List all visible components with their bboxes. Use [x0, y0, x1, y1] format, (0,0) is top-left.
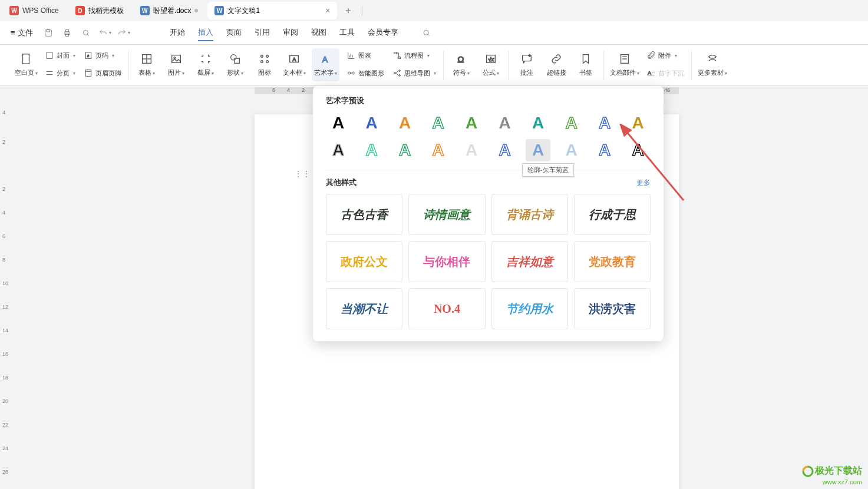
wordart-button[interactable]: A艺术字▾	[312, 48, 339, 81]
other-title: 其他样式	[326, 177, 357, 188]
wordart-preset-7[interactable]: A	[559, 112, 584, 134]
icon-button[interactable]: 图标	[253, 48, 276, 81]
svg-point-23	[266, 61, 269, 63]
wordart-style-3[interactable]: 行成于思	[574, 194, 651, 235]
cover-button[interactable]: 封面▾	[44, 48, 77, 64]
svg-point-20	[261, 55, 263, 58]
wordart-popup: 艺术字预设 AAAAAAAAAAAAAAAAAAAA 其他样式 更多 古色古香诗…	[313, 86, 664, 341]
svg-text:Ω: Ω	[458, 55, 464, 64]
wordart-style-0[interactable]: 古色古香	[326, 194, 402, 235]
symbol-button[interactable]: Ω符号▾	[450, 48, 473, 81]
print-button[interactable]	[59, 25, 75, 41]
paging-button[interactable]: 分页▾	[44, 66, 77, 81]
wordart-style-9[interactable]: NO.4	[408, 288, 485, 329]
textbox-button[interactable]: A文本框▾	[282, 48, 306, 81]
tab-review[interactable]: 审阅	[283, 25, 298, 41]
file-menu[interactable]: ≡ 文件	[6, 28, 38, 38]
wordart-preset-3[interactable]: A	[426, 112, 451, 134]
svg-rect-7	[23, 54, 29, 64]
tab-start[interactable]: 开始	[170, 25, 185, 41]
wordart-preset-2[interactable]: A	[392, 112, 417, 134]
wordart-style-4[interactable]: 政府公文	[326, 241, 402, 282]
docparts-button[interactable]: 文档部件▾	[610, 48, 639, 81]
tab-tools[interactable]: 工具	[339, 25, 355, 41]
table-button[interactable]: 表格▾	[135, 48, 159, 81]
save-button[interactable]	[40, 25, 57, 41]
wordart-style-6[interactable]: 吉祥如意	[491, 241, 568, 282]
wordart-preset-16[interactable]: A	[526, 139, 550, 161]
search-button[interactable]	[418, 25, 435, 41]
wordart-preset-17[interactable]: A	[559, 139, 584, 161]
wordart-preset-6[interactable]: A	[526, 112, 550, 134]
wordart-preset-4[interactable]: A	[459, 112, 484, 134]
wordart-preset-11[interactable]: A	[359, 139, 384, 161]
wordart-preset-19[interactable]: A	[626, 139, 651, 161]
wordart-style-8[interactable]: 当潮不让	[326, 288, 402, 329]
tab-doc2[interactable]: W 文字文稿1 ×	[207, 2, 337, 19]
wordart-preset-5[interactable]: A	[493, 112, 517, 134]
wordart-preset-9[interactable]: A	[626, 112, 651, 134]
attachment-button[interactable]: 附件▾	[645, 48, 685, 64]
flowchart-button[interactable]: 流程图▾	[391, 48, 437, 64]
shape-button[interactable]: 形状▾	[223, 48, 247, 81]
tab-template[interactable]: D 找稻壳模板	[68, 2, 131, 19]
tab-doc1[interactable]: W 盼望着.docx	[133, 2, 206, 19]
wordart-preset-8[interactable]: A	[592, 112, 617, 134]
wordart-preset-0[interactable]: A	[326, 112, 351, 134]
tab-insert[interactable]: 插入	[198, 25, 213, 41]
more-link[interactable]: 更多	[636, 178, 651, 188]
wordart-preset-15[interactable]: A	[493, 139, 517, 161]
formula-button[interactable]: √x公式▾	[479, 48, 503, 81]
smartart-button[interactable]: 智能图形	[345, 66, 385, 81]
wordart-style-5[interactable]: 与你相伴	[408, 241, 485, 282]
svg-rect-30	[394, 52, 397, 54]
wordart-style-7[interactable]: 党政教育	[574, 241, 651, 282]
wordart-preset-10[interactable]: A	[326, 139, 351, 161]
redo-button[interactable]: ▾	[115, 25, 132, 41]
undo-button[interactable]: ▾	[97, 25, 113, 41]
svg-point-33	[399, 70, 401, 71]
cursor-handle[interactable]: ⋮⋮	[295, 170, 315, 179]
tab-reference[interactable]: 引用	[255, 25, 270, 41]
hamburger-icon: ≡	[11, 28, 15, 37]
wordart-style-10[interactable]: 节约用水	[491, 288, 568, 329]
more-material-button[interactable]: 更多素材▾	[698, 48, 727, 81]
doc-icon: W	[140, 6, 150, 15]
tab-app[interactable]: W WPS Office	[2, 2, 66, 19]
svg-point-27	[348, 72, 351, 74]
template-icon: D	[75, 6, 85, 15]
dropcap-button[interactable]: A首字下沉	[645, 66, 685, 81]
tab-view[interactable]: 视图	[311, 25, 326, 41]
blank-page-button[interactable]: 空白页▾	[14, 48, 38, 81]
picture-button[interactable]: 图片▾	[164, 48, 188, 81]
wordart-preset-12[interactable]: A	[392, 139, 417, 161]
wordart-preset-1[interactable]: A	[359, 112, 384, 134]
mindmap-button[interactable]: 思维导图▾	[391, 66, 437, 81]
screenshot-button[interactable]: 截屏▾	[194, 48, 217, 81]
tab-doc2-label: 文字文稿1	[227, 6, 260, 16]
new-tab-button[interactable]: ＋	[339, 2, 357, 19]
svg-point-34	[399, 74, 401, 76]
chart-button[interactable]: 图表	[345, 48, 385, 64]
wordart-style-1[interactable]: 诗情画意	[408, 194, 485, 235]
wordart-style-11[interactable]: 洪涝灾害	[574, 288, 651, 329]
svg-point-32	[394, 72, 396, 74]
ribbon-tabs: 开始 插入 页面 引用 审阅 视图 工具 会员专享	[170, 25, 398, 41]
print-preview-button[interactable]	[78, 25, 94, 41]
bookmark-button[interactable]: 书签	[574, 48, 598, 81]
wordart-preset-18[interactable]: A	[592, 139, 617, 161]
svg-text:A: A	[322, 55, 328, 64]
header-footer-button[interactable]: 页眉页脚	[82, 66, 123, 81]
wordart-style-2[interactable]: 背诵古诗	[491, 194, 568, 235]
page-number-button[interactable]: #页码▾	[82, 48, 123, 64]
close-icon[interactable]: ×	[325, 6, 330, 15]
svg-rect-4	[65, 34, 68, 36]
svg-text:A: A	[292, 57, 296, 62]
tab-member[interactable]: 会员专享	[368, 25, 398, 41]
wps-icon: W	[9, 6, 19, 15]
tab-page[interactable]: 页面	[226, 25, 242, 41]
hyperlink-button[interactable]: 超链接	[544, 48, 568, 81]
comment-button[interactable]: +批注	[515, 48, 539, 81]
wordart-preset-14[interactable]: A	[459, 139, 484, 161]
wordart-preset-13[interactable]: A	[426, 139, 451, 161]
